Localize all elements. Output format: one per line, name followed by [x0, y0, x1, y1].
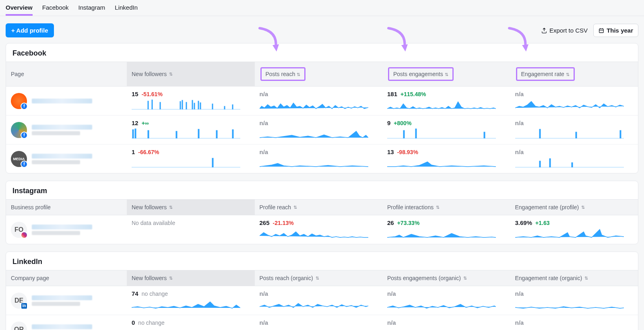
table-row: FO No data available 265-21.13% 26+73.33…: [6, 215, 638, 244]
metric-cell: 9+800%: [382, 116, 510, 144]
col-business-profile[interactable]: Business profile: [6, 200, 127, 215]
metric-cell: n/a: [255, 116, 383, 144]
table-row: f 12+∞ n/a 9+800% n/a: [6, 116, 638, 144]
sparkline: [515, 299, 624, 309]
svg-rect-14: [212, 104, 213, 109]
account-name-redacted: [32, 225, 92, 229]
col-profile-reach[interactable]: Profile reach⇅: [255, 200, 383, 215]
metric-cell: 265-21.13%: [255, 215, 383, 244]
svg-rect-20: [148, 130, 149, 138]
sparkline: [132, 328, 240, 330]
col-engagement-rate-organic[interactable]: Engagement rate (organic)⇅: [510, 270, 638, 286]
svg-rect-36: [539, 161, 541, 167]
svg-rect-31: [576, 132, 577, 138]
date-range-button[interactable]: This year: [593, 24, 638, 37]
metric-cell: 1-66.67%: [127, 144, 255, 173]
linkedin-badge-icon: in: [21, 302, 28, 309]
col-posts-engagements[interactable]: Posts engagements ⇅: [382, 62, 510, 86]
date-range-label: This year: [607, 27, 633, 34]
svg-rect-16: [232, 105, 233, 109]
col-page[interactable]: Page: [6, 62, 127, 86]
svg-rect-24: [232, 130, 233, 138]
tab-instagram[interactable]: Instagram: [78, 4, 105, 16]
metric-cell: 13-98.93%: [382, 144, 510, 173]
facebook-panel: Facebook Page New followers⇅ Posts reach…: [6, 43, 638, 173]
table-row: MEDIAf 1-66.67% n/a 13-98.93% n/a: [6, 144, 638, 173]
account-sub-redacted: [32, 160, 80, 164]
section-title-instagram: Instagram: [6, 181, 638, 199]
metric-cell: n/a: [382, 315, 510, 330]
metric-cell: 0no change: [127, 315, 255, 330]
facebook-badge-icon: f: [21, 103, 28, 110]
sparkline: [387, 99, 496, 109]
col-posts-engagements-organic[interactable]: Posts engagements (organic)⇅: [382, 270, 510, 286]
sort-icon: ⇅: [169, 72, 173, 77]
svg-rect-30: [539, 129, 541, 138]
sparkline: [515, 128, 624, 138]
tab-facebook[interactable]: Facebook: [42, 4, 69, 16]
svg-rect-23: [216, 130, 217, 138]
sort-icon: ⇅: [297, 72, 300, 77]
svg-rect-0: [599, 29, 604, 33]
account-cell[interactable]: DEin: [6, 286, 127, 315]
sparkline: [260, 228, 368, 238]
account-name-redacted: [32, 324, 92, 329]
svg-rect-15: [224, 106, 225, 109]
sparkline: [132, 299, 240, 309]
svg-rect-27: [415, 129, 417, 138]
account-cell[interactable]: f: [6, 116, 127, 144]
svg-rect-38: [572, 163, 573, 167]
metric-cell: n/a: [510, 144, 638, 173]
facebook-badge-icon: f: [21, 161, 28, 168]
metric-cell: 74no change: [127, 286, 255, 315]
table-row: f 15-51.61% n/a 181+115.48% n/a: [6, 87, 638, 116]
export-csv-button[interactable]: Export to CSV: [541, 27, 588, 34]
account-name-redacted: [32, 154, 92, 159]
facebook-header-row: Page New followers⇅ Posts reach ⇅ Posts …: [6, 62, 638, 87]
sort-icon: ⇅: [445, 72, 448, 77]
account-cell[interactable]: ORin: [6, 315, 127, 330]
col-company-page[interactable]: Company page: [6, 270, 127, 286]
col-profile-interactions[interactable]: Profile interactions⇅: [382, 200, 510, 215]
sort-icon: ⇅: [169, 276, 173, 281]
svg-rect-34: [212, 158, 213, 167]
sparkline: [387, 328, 496, 330]
instagram-panel: Instagram Business profile New followers…: [6, 181, 638, 244]
toolbar: + Add profile Export to CSV This year: [0, 16, 644, 43]
account-name-redacted: [32, 99, 92, 103]
col-engagement-rate-profile[interactable]: Engagement rate (profile)⇅: [510, 200, 638, 215]
avatar: DEin: [11, 293, 27, 309]
svg-rect-9: [186, 102, 187, 109]
sort-icon: ⇅: [316, 276, 319, 281]
section-title-facebook: Facebook: [6, 43, 638, 62]
metric-cell: 15-51.61%: [127, 87, 255, 115]
metric-cell: n/a: [510, 87, 638, 115]
metric-cell: 3.69%+1.63: [510, 215, 638, 244]
account-cell[interactable]: FO: [6, 215, 127, 244]
account-sub-redacted: [32, 231, 80, 235]
svg-rect-7: [180, 101, 181, 109]
sparkline: [515, 228, 624, 238]
tab-overview[interactable]: Overview: [6, 4, 33, 16]
col-engagement-rate[interactable]: Engagement rate ⇅: [510, 62, 638, 86]
sparkline: [260, 128, 368, 138]
export-csv-label: Export to CSV: [549, 27, 588, 34]
sparkline: [260, 299, 368, 309]
account-cell[interactable]: f: [6, 87, 127, 115]
account-cell[interactable]: MEDIAf: [6, 144, 127, 173]
svg-rect-28: [484, 132, 485, 138]
col-new-followers[interactable]: New followers⇅: [127, 62, 255, 86]
col-new-followers[interactable]: New followers⇅: [127, 270, 255, 286]
sparkline: [260, 99, 368, 109]
col-new-followers[interactable]: New followers⇅: [127, 200, 255, 215]
col-posts-reach[interactable]: Posts reach ⇅: [255, 62, 383, 86]
tab-linkedin[interactable]: LinkedIn: [115, 4, 138, 16]
upload-icon: [541, 28, 547, 33]
col-posts-reach-organic[interactable]: Posts reach (organic)⇅: [255, 270, 383, 286]
sparkline: [515, 99, 624, 109]
linkedin-header-row: Company page New followers⇅ Posts reach …: [6, 270, 638, 286]
add-profile-button[interactable]: + Add profile: [6, 23, 54, 37]
account-name-redacted: [32, 295, 92, 300]
metric-cell: 12+∞: [127, 116, 255, 144]
metric-cell: 26+73.33%: [382, 215, 510, 244]
